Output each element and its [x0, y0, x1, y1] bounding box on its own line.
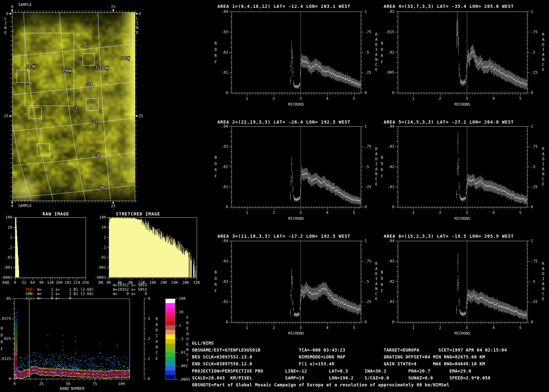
spectrum-y2label-area5: R A D I A N C E: [542, 146, 544, 187]
spectrum-ylabel-area4: B D R F: [381, 40, 383, 65]
map-right-axis-label: L I N E: [136, 16, 138, 35]
spectrum-xlabel-area6: MICRONS: [447, 331, 478, 336]
stretched-stat-row-2: m=10352 s= 5853: [113, 287, 147, 292]
stretched-stat-row-1: m=10352 s= 5853: [113, 283, 147, 287]
colorbar-label-frequency: F R E Q U E N C Y: [186, 315, 189, 363]
spectrum-xlabel-area3: MICRONS: [280, 331, 312, 336]
info-line-obsname: OBSNAME/EXT=G7ENFLEXUS01B TCA=-000 03:43…: [192, 347, 507, 352]
spectrum-title-area6: AREA 6=(15,2,3,3) LAT= -19.5 LON= 205.9 …: [384, 234, 514, 239]
info-line-scale: SCALE=20.843 KM/PIXEL SAMP=19 LON=190.2 …: [192, 375, 490, 380]
spectrum-y2label-area6: R A D I A N C E: [542, 261, 544, 301]
nims-display-root: SAMPLE SAMPLE L I N E L I N E RAW IMAGE …: [0, 0, 549, 392]
info-line-beg-sclk: BEG SCLK=03897552.13.0 NIMSMODE=LONG MAP…: [192, 354, 485, 359]
info-line-app: GLL/NIMS: [192, 341, 214, 346]
density-xlabel-band-number: BAND NUMBER: [52, 386, 93, 391]
spectrum-xlabel-area5: MICRONS: [447, 216, 478, 221]
raw-stat-blu-label: BLU:: [26, 296, 35, 300]
spectrum-ylabel-area3: B D R F: [215, 269, 217, 294]
spectrum-xlabel-area2: MICRONS: [280, 216, 312, 221]
spectrum-title-area4: AREA 4=(33,7,3,3) LAT= -35.4 LON= 205.0 …: [384, 4, 514, 9]
spectrum-y2label-area2: R A D I A N C E: [375, 146, 377, 187]
spectrum-ylabel-area5: B D R F: [381, 154, 383, 179]
spectrum-title-area5: AREA 5=(24,5,3,3) LAT= -27.2 LON= 204.8 …: [384, 119, 514, 124]
raw-histogram-title: RAW IMAGE: [24, 211, 87, 216]
density-ylabel-bdrf: B D R F: [1, 325, 3, 352]
spectrum-title-area1: AREA 1=(6,4,18,12) LAT= -12.4 LON= 203.1…: [217, 4, 350, 9]
stretched-stat-row-3: m= 0 s= 0: [113, 292, 147, 296]
spectrum-xlabel-area1: MICRONS: [280, 102, 312, 107]
info-line-projection: PROJECTION=PERSPECTIVE PRO LINE=-12 LAT=…: [192, 368, 471, 373]
spectrum-y2label-area1: R A D I A N C E: [375, 32, 377, 72]
map-bottom-axis-label: SAMPLE: [18, 204, 32, 208]
map-left-axis-label: L I N E: [4, 16, 7, 35]
stretched-histogram-title: STRETCHED IMAGE: [107, 211, 169, 216]
spectrum-y2label-area3: R A D I A N C E: [375, 261, 377, 301]
spectrum-title-area3: AREA 3=(11,18,3,3) LAT= -17.2 LON= 192.5…: [217, 234, 350, 239]
map-top-axis-label: SAMPLE: [18, 3, 32, 7]
spectrum-xlabel-area4: MICRONS: [447, 102, 478, 107]
spectrum-title-area2: AREA 2=(22,19,3,3) LAT= -26.4 LON= 192.5…: [217, 119, 350, 124]
spectrum-ylabel-area6: B D R F: [381, 269, 383, 294]
spectrum-ylabel-area1: B D R F: [215, 40, 217, 65]
raw-stat-row-blu: BLU:m= 0 s= 0: [17, 292, 71, 305]
info-line-obsnote: OBSNOTE=Part of Global Mosaic Campaign o…: [192, 382, 450, 387]
spectrum-y2label-area4: R A D I A N C E: [542, 32, 544, 72]
spectrum-ylabel-area2: B D R F: [215, 154, 217, 179]
raw-stat-blu-value: m= 0 s= 0: [37, 296, 71, 300]
info-line-end-sclk: END SCLK=03897556.12.0 F(1 u)=153.48 GAI…: [192, 361, 485, 366]
density-y2label-radiance: R A D I A N C E: [156, 316, 158, 361]
